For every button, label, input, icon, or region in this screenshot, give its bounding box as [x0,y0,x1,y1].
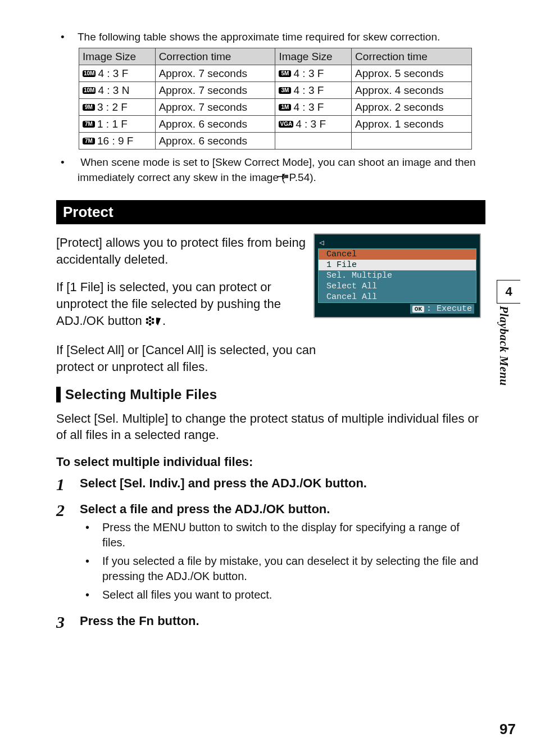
svg-point-0 [149,320,151,322]
svg-point-3 [146,318,149,320]
step-number: 1 [56,476,70,494]
protect-paragraph-1: [Protect] allows you to protect files fr… [56,234,315,268]
size-badge-icon: 7M [83,121,95,128]
protect-paragraph-2: If [1 File] is selected, you can protect… [56,279,315,331]
correction-time: Approx. 4 seconds [352,82,472,99]
step-title: Press the Fn button. [80,614,485,628]
th-correction-time-2: Correction time [352,48,472,65]
correction-time: Approx. 6 seconds [155,133,275,150]
note-after-table: When scene mode is set to [Skew Correct … [56,155,485,185]
step-title: Select a file and press the ADJ./OK butt… [80,502,485,517]
size-badge-icon: 10M [83,87,96,94]
table-row: 7M1 : 1 F Approx. 6 seconds VGA4 : 3 F A… [79,116,472,133]
correction-time: Approx. 5 seconds [352,65,472,82]
step-bullet: Select all files you want to protect. [102,587,485,603]
page-number: 97 [499,721,516,738]
step-number: 2 [56,502,70,606]
correction-time: Approx. 7 seconds [155,82,275,99]
svg-point-5 [146,321,149,324]
lcd-item-cancel: Cancel [319,249,476,260]
correction-time-table: Image Size Correction time Image Size Co… [79,48,472,150]
lcd-ok-execute: OK : Execute [410,304,474,314]
step-1: 1 Select [Sel. Indiv.] and press the ADJ… [56,476,485,494]
svg-point-2 [149,323,152,325]
correction-time: Approx. 6 seconds [155,116,275,133]
side-tab: 4 Playback Menu [497,280,520,386]
aspect-ratio: 3 : 2 F [97,101,128,114]
aspect-ratio: 4 : 3 F [293,67,324,80]
correction-time: Approx. 1 seconds [352,116,472,133]
step-title: Select [Sel. Indiv.] and press the ADJ./… [80,476,485,491]
size-badge-icon: 9M [83,104,95,111]
svg-point-1 [149,316,152,319]
lcd-item-1file: 1 File [319,260,476,270]
step-bullets: Press the MENU button to switch to the d… [80,520,485,603]
th-image-size-2: Image Size [275,48,352,65]
size-badge-icon: VGA [279,121,293,128]
aspect-ratio: 1 : 1 F [97,118,128,130]
camera-lcd-menu: ◁ Cancel 1 File Sel. Multiple Select All… [314,233,481,318]
table-row: 7M16 : 9 F Approx. 6 seconds [79,133,472,150]
correction-time: Approx. 2 seconds [352,99,472,116]
step-3: 3 Press the Fn button. [56,614,485,632]
aspect-ratio: 4 : 3 N [98,84,129,97]
adj-ok-flower-icon [146,314,162,331]
multi-intro: Select [Sel. Multiple] to change the pro… [56,410,485,443]
size-badge-icon: 1M [279,104,291,111]
subheading-selecting-multiple: Selecting Multiple Files [56,387,485,402]
section-protect: Protect [56,200,485,224]
size-badge-icon: 7M [83,138,95,144]
svg-point-6 [152,321,155,324]
th-correction-time-1: Correction time [155,48,275,65]
size-badge-icon: 10M [83,70,96,77]
size-badge-icon: 5M [279,70,291,77]
instruction-heading: To select multiple individual files: [56,455,485,469]
intro-text: The following table shows the approximat… [56,31,485,43]
aspect-ratio: 4 : 3 F [293,101,324,114]
aspect-ratio: 4 : 3 F [98,67,128,80]
table-row: 9M3 : 2 F Approx. 7 seconds 1M4 : 3 F Ap… [79,99,472,116]
left-triangle-icon: ◁ [318,238,476,248]
aspect-ratio: 4 : 3 F [293,84,324,97]
step-bullet: Press the MENU button to switch to the d… [102,520,485,550]
table-row: 10M4 : 3 N Approx. 7 seconds 3M4 : 3 F A… [79,82,472,99]
lcd-item-selmultiple: Sel. Multiple [319,270,476,281]
table-row: 10M4 : 3 F Approx. 7 seconds 5M4 : 3 F A… [79,65,472,82]
lcd-item-selectall: Select All [319,281,476,292]
step-number: 3 [56,614,70,632]
correction-time: Approx. 7 seconds [155,99,275,116]
size-badge-icon: 3M [279,87,291,94]
step-2: 2 Select a file and press the ADJ./OK bu… [56,502,485,606]
aspect-ratio: 4 : 3 F [296,118,326,130]
th-image-size-1: Image Size [79,48,156,65]
ok-button-icon: OK [412,306,424,313]
svg-point-4 [152,318,155,320]
protect-paragraph-3: If [Select All] or [Cancel All] is selec… [56,342,348,375]
reference-pointer-icon [285,170,289,185]
chapter-number: 4 [497,280,520,304]
aspect-ratio: 16 : 9 F [97,135,133,147]
step-bullet: If you selected a file by mistake, you c… [102,554,485,584]
chapter-label: Playback Menu [497,306,511,386]
lcd-item-cancelall: Cancel All [319,292,476,302]
correction-time: Approx. 7 seconds [155,65,275,82]
